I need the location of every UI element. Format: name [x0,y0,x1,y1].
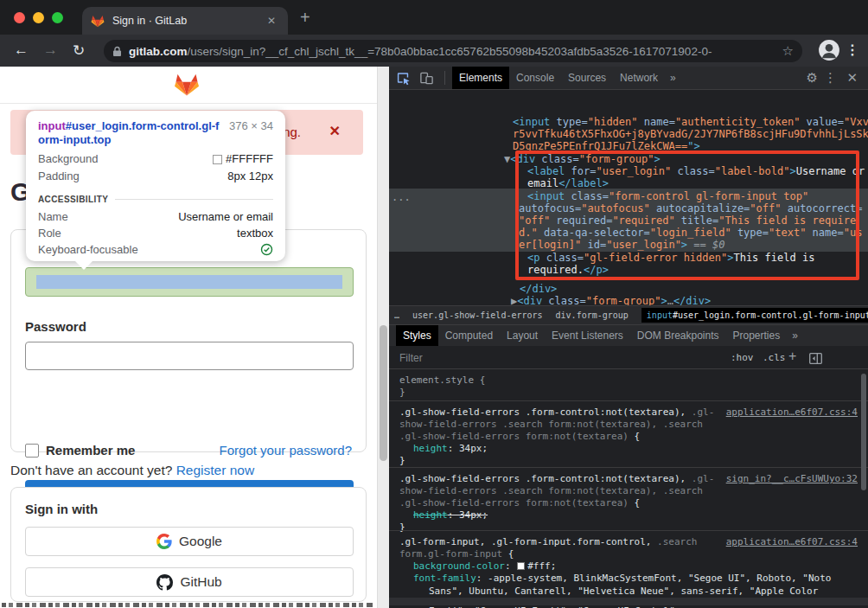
class-toggle-button[interactable]: .cls [763,352,786,363]
device-toolbar-icon[interactable] [419,71,434,86]
devtools-menu-icon[interactable]: ⋮ [824,70,837,86]
dom-tree-line[interactable]: "off" required="required" title="This fi… [519,214,856,227]
devtools-tab-sources[interactable]: Sources [561,67,613,89]
inspect-tooltip: input#user_login.form-control.gl-form-in… [26,111,285,261]
forward-button[interactable]: → [43,42,58,59]
css-rule-line[interactable]: show-field-errors .search form:not(texta… [399,419,703,430]
breadcrumb-item[interactable]: div.form-group [556,310,629,320]
register-text: Don't have an account yet? [10,463,176,477]
window-minimize-button[interactable] [33,12,44,23]
tab-title: Sign in · GitLab [112,15,264,27]
bookmark-star-icon[interactable]: ☆ [782,43,794,59]
browser-toolbar: ← → ↻ gitlab.com/users/sign_in?__cf_chl_… [0,35,868,67]
tab-close-button[interactable]: ✕ [264,13,279,29]
page-scrollbar[interactable] [377,67,389,608]
reload-button[interactable]: ↻ [73,42,85,60]
css-rule-line[interactable]: } [399,522,405,533]
google-icon [156,534,172,549]
css-rule-line[interactable]: .gl-show-field-errors form:not(textarea)… [399,431,640,442]
computed-sidebar-toggle-icon[interactable] [809,352,822,368]
dom-tree-line[interactable]: <input type="hidden" name="authenticity_… [513,116,868,128]
page-scrollbar-thumb[interactable] [380,325,387,461]
dom-tree-line[interactable]: required.</p> [527,264,609,276]
dom-tree-line[interactable]: r5vvTfku46tX5FhxOG+j8yBYvadG/2JY7NP6fB8s… [513,128,868,140]
rule-separator [389,400,868,401]
tooltip-padding-value: 8px 12px [227,168,273,185]
register-link[interactable]: Register now [176,463,254,477]
styles-scrollbar-thumb[interactable] [861,374,866,490]
dom-tree-line[interactable]: er[login]" id="user_login"> == $0 [519,239,724,251]
breadcrumb-item[interactable]: user.gl-show-field-errors [412,310,543,320]
css-rule-line[interactable]: .gl-show-field-errors .form-control:not(… [399,473,714,484]
devtools-tab-console[interactable]: Console [509,67,561,89]
devtools-tab-elements[interactable]: Elements [452,67,509,89]
css-rule-line[interactable]: form.gl-form-input { [399,548,514,560]
window-zoom-button[interactable] [52,12,63,23]
devtools-close-icon[interactable]: ✕ [846,70,858,86]
elements-tree-panel[interactable]: ... <input type="hidden" name="authentic… [389,90,868,305]
gitlab-logo[interactable] [174,73,200,100]
styles-more-tabs[interactable]: » [787,324,803,347]
styles-tab-properties[interactable]: Properties [726,325,788,346]
browser-menu-button[interactable]: ⋮ [846,42,859,58]
stylesheet-link[interactable]: application…e6f07.css:4 [726,536,858,547]
tooltip-element-selector: #user_login.form-control.gl-form-input.t… [38,119,219,146]
inspect-element-icon[interactable] [396,71,411,86]
github-signin-button[interactable]: GitHub [25,567,354,597]
stylesheet-link[interactable]: sign_in?__c…cFsUWUyo:32 [726,473,858,484]
google-button-label: Google [179,534,222,549]
styles-tab-dom-breakpoints[interactable]: DOM Breakpoints [630,325,726,346]
dom-tree-line[interactable]: email</label> [527,177,609,189]
forgot-password-link[interactable]: Forgot your password? [220,443,352,458]
devtools-tab-network[interactable]: Network [613,67,665,89]
css-rule-line[interactable]: element.style { [399,374,485,386]
breadcrumb-overflow[interactable]: … [394,310,399,320]
dom-tree-line[interactable]: D5gnzPe5PEnfrQ1JFu7lZekCWA=="> [513,140,700,152]
dom-tree-line[interactable]: <input class="form-control gl-form-input… [527,190,808,202]
css-rule-line[interactable]: Sans", Ubuntu, Cantarell, "Helvetica Neu… [429,586,818,597]
css-rule-line[interactable]: } [399,387,405,398]
css-rule-line[interactable]: height: 34px; [413,509,488,521]
breadcrumb-item-selected[interactable]: input#user_login.form-control.gl-form-in… [641,308,868,323]
css-rule-line[interactable]: show-field-errors .search form:not(texta… [399,485,703,496]
styles-tab-event-listeners[interactable]: Event Listeners [545,325,630,346]
styles-filter-input[interactable]: Filter [399,352,423,364]
window-close-button[interactable] [14,12,25,23]
styles-tab-layout[interactable]: Layout [500,325,545,346]
remember-me-checkbox[interactable] [25,444,39,458]
devtools-settings-icon[interactable]: ⚙ [807,70,818,86]
styles-tab-styles[interactable]: Styles [396,325,438,346]
google-signin-button[interactable]: Google [25,527,354,556]
new-tab-button[interactable]: + [300,7,310,28]
dom-tree-line[interactable]: </div> [520,283,557,295]
css-rule-line[interactable]: .gl-form-input, .gl-form-input.form-cont… [399,536,697,547]
dom-tree-line[interactable]: d." data-qa-selector="login_field" type=… [519,227,862,239]
css-rule-line[interactable]: font-family: -apple-system, BlinkMacSyst… [413,573,831,584]
dom-tree-line[interactable]: <p class="gl-field-error hidden">This fi… [527,252,814,264]
address-bar[interactable]: gitlab.com/users/sign_in?__cf_chl_jschl_… [104,40,802,62]
alert-close-icon[interactable]: ✕ [329,123,341,139]
more-tabs-button[interactable]: » [665,67,681,89]
inspect-highlight-content [36,275,342,289]
css-rule-line[interactable]: height: 34px; [413,443,488,454]
username-input-inspected[interactable] [25,267,354,297]
styles-horizontal-scrollbar[interactable] [389,598,868,605]
browser-tab[interactable]: Sign in · GitLab ✕ [82,7,288,35]
css-rule-line[interactable]: .gl-show-field-errors .form-control:not(… [399,406,714,418]
dom-tree-line[interactable]: <label for="user_login" class="label-bol… [527,165,865,177]
new-style-rule-button[interactable]: + [788,349,796,364]
css-rule-line[interactable]: background-color: #fff; [413,560,556,572]
css-rule-line[interactable]: .gl-show-field-errors form:not(textarea)… [399,497,640,509]
styles-tab-computed[interactable]: Computed [438,325,500,346]
dom-tree-line[interactable]: ▼<div class="form-group"> [504,153,661,165]
node-hover-dots[interactable]: ... [392,191,411,203]
back-button[interactable]: ← [14,42,29,59]
profile-avatar[interactable] [818,39,840,65]
dom-tree-line[interactable]: autofocus="autofocus" autocapitalize="of… [519,202,862,214]
signin-form-card: Password Remember me Forgot your passwor… [10,229,367,452]
password-input[interactable] [25,342,354,370]
hover-state-button[interactable]: :hov [731,352,754,363]
css-rule-line[interactable]: } [399,455,405,466]
stylesheet-link[interactable]: application…e6f07.css:4 [726,406,858,418]
signin-with-label: Sign in with [25,502,98,516]
